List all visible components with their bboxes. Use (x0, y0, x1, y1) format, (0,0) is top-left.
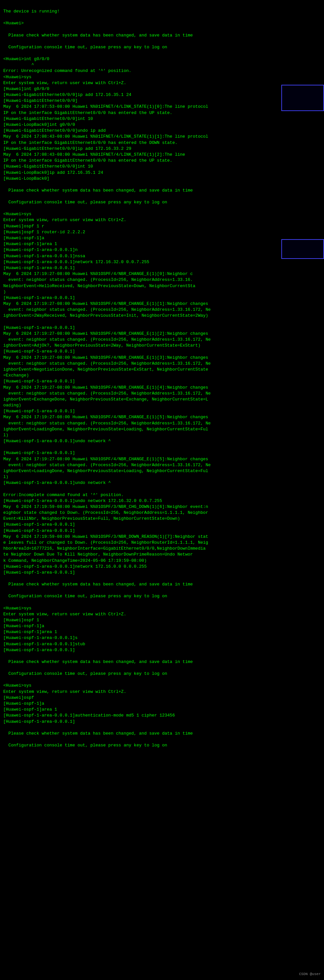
terminal-line: <Huawei>sys (3, 74, 321, 80)
terminal-line: event: neighbor status changed. (Process… (3, 361, 321, 367)
terminal-line: event: neighbor status changed. (Process… (3, 337, 321, 343)
terminal-line: ighborEvent=AdjOk?, NeighborPreviousStat… (3, 343, 321, 348)
terminal-line: May 6 2024 17:19:59-08:00 Huawei %%01OSP… (3, 504, 321, 510)
terminal-line (3, 725, 321, 731)
terminal-line: event: neighbor status changed. (Process… (3, 277, 321, 283)
terminal-line (3, 205, 321, 211)
terminal-line: k Command, NeighborChangeTime=2024-05-06… (3, 558, 321, 564)
terminal-line: [Huawei-ospf-1-area-0.0.0.1]network 172.… (3, 564, 321, 570)
terminal-line: Configuration console time out, please p… (3, 671, 321, 677)
terminal-line: [Huawei-ospf-1]a (3, 623, 321, 629)
terminal-line: =Exchange) (3, 372, 321, 379)
terminal-line: [Huawei-ospf-1-area-0.0.0.1] (3, 325, 321, 331)
terminal-line: IP on the interface GigabitEthernet0/0/0… (3, 140, 321, 146)
terminal-line: l) (3, 474, 321, 480)
terminal-line: <Huawei>sys (3, 682, 321, 689)
terminal-line: [Huawei-ospf-1-area-0.0.0.1]undo network… (3, 480, 321, 486)
terminal-line: May 6 2024 17:08:43-08:00 Huawei %%01IFN… (3, 152, 321, 158)
terminal-line: Enter system view, return user view with… (3, 611, 321, 617)
terminal-line: <Huawei> (3, 21, 321, 26)
terminal-line: <Huawei>sys (3, 606, 321, 611)
terminal-line: [Huawei-ospf-1-area-0.0.0.1]undo network… (3, 498, 321, 504)
terminal-line: ^ (3, 62, 321, 68)
terminal-line: Enter system view, return user view with… (3, 689, 321, 695)
terminal-output: The device is running!<Huawei> Please ch… (3, 3, 321, 748)
terminal-line (3, 600, 321, 606)
terminal-line: ighborEvent=ExchangeDone, NeighborPrevio… (3, 396, 321, 402)
terminal-line: ighborEvent=2WayReceived, NeighborPrevio… (3, 313, 321, 319)
terminal-line: [Huawei-GigabitEthernet0/0/0]int 10 (3, 116, 321, 122)
terminal-line: [Huawei-ospf-1-area-0.0.0.1]stub (3, 641, 321, 647)
terminal-line: May 6 2024 17:19:27-08:00 Huawei %%01OSP… (3, 355, 321, 361)
terminal-line: [Huawei-ospf-1-area-0.0.0.1]nssa (3, 253, 321, 259)
terminal-line: Error:Incomplete command found at '^' po… (3, 492, 321, 498)
terminal-line: [Huawei-ospf-1-area-0.0.0.1]s (3, 635, 321, 641)
terminal-line: event: neighbor status changed. (Process… (3, 391, 321, 396)
terminal-line: May 6 2024 17:19:27-08:00 Huawei %%01OSP… (3, 331, 321, 337)
terminal-line: [Huawei-ospf-1-area-0.0.0.1] (3, 522, 321, 528)
terminal-line: Error: Unrecognized command found at '^'… (3, 68, 321, 74)
terminal-line: Please check whether system data has bee… (3, 731, 321, 737)
terminal-line: Please check whether system data has bee… (3, 582, 321, 587)
terminal-line: [Huawei-ospf-1-area-0.0.0.1] (3, 348, 321, 355)
terminal-line: eighbor state changed to Down. (ProcessI… (3, 510, 321, 516)
terminal-line (3, 182, 321, 188)
terminal-line: [Huawei-ospf-1-area-0.0.0.1]authenticati… (3, 713, 321, 719)
terminal-line: ighborEvent=NegotiationDone, NeighborPre… (3, 367, 321, 372)
terminal-line (3, 14, 321, 21)
terminal-line: oading) (3, 402, 321, 408)
terminal-line: Enter system view, return user view with… (3, 80, 321, 86)
terminal-line: [Huawei-GigabitEthernet0/0/0]undo ip add (3, 128, 321, 134)
terminal-line: IP on the interface GigabitEthernet0/0/0… (3, 158, 321, 164)
terminal-line: [Huawei-GigabitEthernet0/0/0]ip add 172.… (3, 146, 321, 152)
terminal-line: [Huawei]ospf (3, 695, 321, 701)
terminal-line: Event=KillNbr, NeighborPreviousState=Ful… (3, 516, 321, 522)
terminal-line: hborAreaId=16777216, NeighborInterface=G… (3, 546, 321, 552)
terminal-line: [Huawei-LoopBack0]int g0/0/0 (3, 122, 321, 128)
terminal-line: Enter system view, return user view with… (3, 217, 321, 223)
terminal-line: Please check whether system data has bee… (3, 188, 321, 194)
terminal-line: <Huawei>sys (3, 211, 321, 217)
terminal-line: May 6 2024 17:19:27-08:00 Huawei %%01OSP… (3, 301, 321, 307)
terminal-line: [Huawei-ospf-1]area 1 (3, 707, 321, 713)
terminal-line: [Huawei-ospf-1-area-0.0.0.1] (3, 570, 321, 576)
terminal-line: IP on the interface GigabitEthernet0/0/0… (3, 110, 321, 116)
terminal-line (3, 486, 321, 492)
terminal-line: [Huawei-ospf-1]area 1 (3, 241, 321, 247)
terminal-line: [Huawei]ospf 1 r (3, 223, 321, 229)
terminal-line (3, 665, 321, 671)
terminal-line: event: neighbor status changed. (Process… (3, 462, 321, 468)
terminal-line: May 6 2024 17:19:59-08:00 Huawei %%01OSP… (3, 534, 321, 540)
terminal-line: Configuration console time out, please p… (3, 199, 321, 205)
terminal-line (3, 27, 321, 32)
terminal-line: May 6 2024 17:19:27-08:00 Huawei %%01OSP… (3, 414, 321, 420)
terminal-line: ) (3, 289, 321, 295)
terminal-line: [Huawei-LoopBack0]ip add 172.16.35.1 24 (3, 170, 321, 176)
terminal-line (3, 677, 321, 682)
terminal-line (3, 737, 321, 743)
terminal-line: Please check whether system data has bee… (3, 659, 321, 665)
terminal-line: Configuration console time out, please p… (3, 593, 321, 599)
terminal-line: [Huawei-LoopBack0] (3, 176, 321, 182)
terminal-line: [Huawei-ospf-1-area-0.0.0.1] (3, 379, 321, 384)
terminal-line: e leaves full or changed to Down. (Proce… (3, 540, 321, 546)
terminal-line: The device is running! (3, 8, 321, 14)
terminal-line: [Huawei-ospf-1-area-0.0.0.1]undo network… (3, 438, 321, 444)
terminal-line: ighborEvent=LoadingDone, NeighborPreviou… (3, 426, 321, 432)
terminal-line: [Huawei-ospf-1]a (3, 701, 321, 707)
terminal-line: <Huawei>int g0/0/0 (3, 56, 321, 62)
terminal-line: Configuration console time out, please p… (3, 743, 321, 748)
terminal-line: Configuration console time out, please p… (3, 45, 321, 50)
terminal-line: [Huawei-ospf-1-area-0.0.0.1] (3, 295, 321, 301)
terminal-line (3, 587, 321, 593)
terminal-line: NeighborEvent=HelloReceived, NeighborPre… (3, 283, 321, 289)
terminal-line: May 6 2024 17:19:27-08:00 Huawei %%01OSP… (3, 456, 321, 462)
terminal-line (3, 444, 321, 450)
terminal-line (3, 50, 321, 56)
terminal-line: [Huawei-ospf-1-area-0.0.0.1]network 172.… (3, 259, 321, 265)
terminal-line: [Huawei-ospf-1]area 1 (3, 629, 321, 635)
terminal-line: May 6 2024 17:19:27-08:00 Huawei %%01OSP… (3, 385, 321, 391)
terminal-line: May 6 2024 17:19:27-08:00 Huawei %%01OSP… (3, 271, 321, 277)
terminal-line: [Huawei-ospf-1-area-0.0.0.1] (3, 265, 321, 271)
terminal-line: [Huawei]ospf 1 (3, 617, 321, 623)
